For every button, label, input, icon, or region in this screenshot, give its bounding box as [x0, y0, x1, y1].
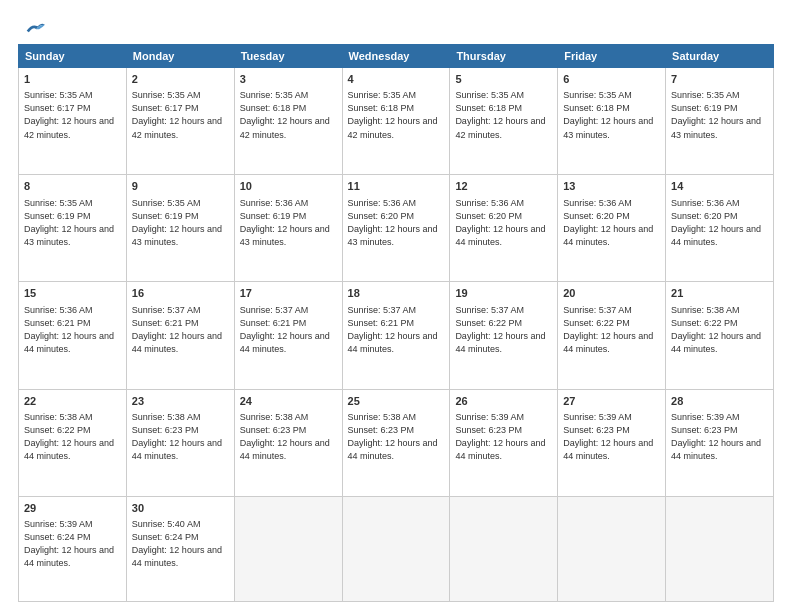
table-cell: 13 Sunrise: 5:36 AM Sunset: 6:20 PM Dayl…: [558, 175, 666, 282]
table-cell: 19 Sunrise: 5:37 AM Sunset: 6:22 PM Dayl…: [450, 282, 558, 389]
day-number: 6: [563, 72, 660, 87]
table-cell: 24 Sunrise: 5:38 AM Sunset: 6:23 PM Dayl…: [234, 389, 342, 496]
table-cell: 1 Sunrise: 5:35 AM Sunset: 6:17 PM Dayli…: [19, 68, 127, 175]
day-number: 28: [671, 394, 768, 409]
day-number: 4: [348, 72, 445, 87]
day-info: Sunrise: 5:39 AM Sunset: 6:23 PM Dayligh…: [671, 411, 768, 463]
day-info: Sunrise: 5:36 AM Sunset: 6:21 PM Dayligh…: [24, 304, 121, 356]
table-cell: 10 Sunrise: 5:36 AM Sunset: 6:19 PM Dayl…: [234, 175, 342, 282]
table-cell: 25 Sunrise: 5:38 AM Sunset: 6:23 PM Dayl…: [342, 389, 450, 496]
day-info: Sunrise: 5:35 AM Sunset: 6:19 PM Dayligh…: [24, 197, 121, 249]
day-info: Sunrise: 5:38 AM Sunset: 6:22 PM Dayligh…: [671, 304, 768, 356]
day-number: 23: [132, 394, 229, 409]
day-number: 10: [240, 179, 337, 194]
day-number: 3: [240, 72, 337, 87]
day-info: Sunrise: 5:36 AM Sunset: 6:20 PM Dayligh…: [563, 197, 660, 249]
day-info: Sunrise: 5:38 AM Sunset: 6:23 PM Dayligh…: [240, 411, 337, 463]
table-cell: 12 Sunrise: 5:36 AM Sunset: 6:20 PM Dayl…: [450, 175, 558, 282]
table-cell: [342, 496, 450, 601]
table-cell: 27 Sunrise: 5:39 AM Sunset: 6:23 PM Dayl…: [558, 389, 666, 496]
table-cell: 11 Sunrise: 5:36 AM Sunset: 6:20 PM Dayl…: [342, 175, 450, 282]
day-number: 7: [671, 72, 768, 87]
day-number: 22: [24, 394, 121, 409]
day-info: Sunrise: 5:36 AM Sunset: 6:19 PM Dayligh…: [240, 197, 337, 249]
day-info: Sunrise: 5:39 AM Sunset: 6:23 PM Dayligh…: [563, 411, 660, 463]
calendar-header-row: Sunday Monday Tuesday Wednesday Thursday…: [19, 45, 774, 68]
day-info: Sunrise: 5:40 AM Sunset: 6:24 PM Dayligh…: [132, 518, 229, 570]
week-row-4: 22 Sunrise: 5:38 AM Sunset: 6:22 PM Dayl…: [19, 389, 774, 496]
table-cell: 3 Sunrise: 5:35 AM Sunset: 6:18 PM Dayli…: [234, 68, 342, 175]
table-cell: 30 Sunrise: 5:40 AM Sunset: 6:24 PM Dayl…: [126, 496, 234, 601]
day-number: 8: [24, 179, 121, 194]
day-info: Sunrise: 5:38 AM Sunset: 6:23 PM Dayligh…: [348, 411, 445, 463]
day-info: Sunrise: 5:35 AM Sunset: 6:19 PM Dayligh…: [132, 197, 229, 249]
day-info: Sunrise: 5:35 AM Sunset: 6:17 PM Dayligh…: [132, 89, 229, 141]
col-saturday: Saturday: [666, 45, 774, 68]
table-cell: 26 Sunrise: 5:39 AM Sunset: 6:23 PM Dayl…: [450, 389, 558, 496]
day-number: 20: [563, 286, 660, 301]
day-info: Sunrise: 5:36 AM Sunset: 6:20 PM Dayligh…: [455, 197, 552, 249]
page: Sunday Monday Tuesday Wednesday Thursday…: [0, 0, 792, 612]
day-info: Sunrise: 5:37 AM Sunset: 6:21 PM Dayligh…: [132, 304, 229, 356]
col-friday: Friday: [558, 45, 666, 68]
table-cell: 17 Sunrise: 5:37 AM Sunset: 6:21 PM Dayl…: [234, 282, 342, 389]
table-cell: 20 Sunrise: 5:37 AM Sunset: 6:22 PM Dayl…: [558, 282, 666, 389]
table-cell: [450, 496, 558, 601]
day-number: 19: [455, 286, 552, 301]
day-number: 9: [132, 179, 229, 194]
calendar-table: Sunday Monday Tuesday Wednesday Thursday…: [18, 44, 774, 602]
week-row-1: 1 Sunrise: 5:35 AM Sunset: 6:17 PM Dayli…: [19, 68, 774, 175]
day-number: 15: [24, 286, 121, 301]
col-sunday: Sunday: [19, 45, 127, 68]
day-number: 11: [348, 179, 445, 194]
day-number: 16: [132, 286, 229, 301]
table-cell: [558, 496, 666, 601]
day-number: 2: [132, 72, 229, 87]
day-info: Sunrise: 5:38 AM Sunset: 6:22 PM Dayligh…: [24, 411, 121, 463]
table-cell: 8 Sunrise: 5:35 AM Sunset: 6:19 PM Dayli…: [19, 175, 127, 282]
day-number: 18: [348, 286, 445, 301]
table-cell: 29 Sunrise: 5:39 AM Sunset: 6:24 PM Dayl…: [19, 496, 127, 601]
table-cell: 15 Sunrise: 5:36 AM Sunset: 6:21 PM Dayl…: [19, 282, 127, 389]
table-cell: 21 Sunrise: 5:38 AM Sunset: 6:22 PM Dayl…: [666, 282, 774, 389]
day-number: 26: [455, 394, 552, 409]
table-cell: 4 Sunrise: 5:35 AM Sunset: 6:18 PM Dayli…: [342, 68, 450, 175]
day-number: 14: [671, 179, 768, 194]
table-cell: 14 Sunrise: 5:36 AM Sunset: 6:20 PM Dayl…: [666, 175, 774, 282]
table-cell: 9 Sunrise: 5:35 AM Sunset: 6:19 PM Dayli…: [126, 175, 234, 282]
day-info: Sunrise: 5:38 AM Sunset: 6:23 PM Dayligh…: [132, 411, 229, 463]
table-cell: 5 Sunrise: 5:35 AM Sunset: 6:18 PM Dayli…: [450, 68, 558, 175]
day-info: Sunrise: 5:35 AM Sunset: 6:18 PM Dayligh…: [240, 89, 337, 141]
table-cell: 2 Sunrise: 5:35 AM Sunset: 6:17 PM Dayli…: [126, 68, 234, 175]
day-info: Sunrise: 5:35 AM Sunset: 6:18 PM Dayligh…: [455, 89, 552, 141]
table-cell: 28 Sunrise: 5:39 AM Sunset: 6:23 PM Dayl…: [666, 389, 774, 496]
day-info: Sunrise: 5:35 AM Sunset: 6:18 PM Dayligh…: [563, 89, 660, 141]
table-cell: 16 Sunrise: 5:37 AM Sunset: 6:21 PM Dayl…: [126, 282, 234, 389]
week-row-3: 15 Sunrise: 5:36 AM Sunset: 6:21 PM Dayl…: [19, 282, 774, 389]
day-number: 12: [455, 179, 552, 194]
day-info: Sunrise: 5:39 AM Sunset: 6:24 PM Dayligh…: [24, 518, 121, 570]
day-info: Sunrise: 5:37 AM Sunset: 6:22 PM Dayligh…: [455, 304, 552, 356]
day-number: 21: [671, 286, 768, 301]
table-cell: 23 Sunrise: 5:38 AM Sunset: 6:23 PM Dayl…: [126, 389, 234, 496]
table-cell: 22 Sunrise: 5:38 AM Sunset: 6:22 PM Dayl…: [19, 389, 127, 496]
day-info: Sunrise: 5:39 AM Sunset: 6:23 PM Dayligh…: [455, 411, 552, 463]
col-thursday: Thursday: [450, 45, 558, 68]
table-cell: [234, 496, 342, 601]
day-info: Sunrise: 5:36 AM Sunset: 6:20 PM Dayligh…: [671, 197, 768, 249]
day-number: 13: [563, 179, 660, 194]
day-info: Sunrise: 5:37 AM Sunset: 6:21 PM Dayligh…: [240, 304, 337, 356]
header: [18, 18, 774, 36]
table-cell: 18 Sunrise: 5:37 AM Sunset: 6:21 PM Dayl…: [342, 282, 450, 389]
day-info: Sunrise: 5:35 AM Sunset: 6:19 PM Dayligh…: [671, 89, 768, 141]
day-info: Sunrise: 5:35 AM Sunset: 6:17 PM Dayligh…: [24, 89, 121, 141]
week-row-2: 8 Sunrise: 5:35 AM Sunset: 6:19 PM Dayli…: [19, 175, 774, 282]
table-cell: [666, 496, 774, 601]
day-number: 30: [132, 501, 229, 516]
day-number: 25: [348, 394, 445, 409]
logo: [18, 18, 47, 36]
day-info: Sunrise: 5:35 AM Sunset: 6:18 PM Dayligh…: [348, 89, 445, 141]
day-number: 29: [24, 501, 121, 516]
day-number: 17: [240, 286, 337, 301]
logo-bird-icon: [23, 18, 45, 36]
